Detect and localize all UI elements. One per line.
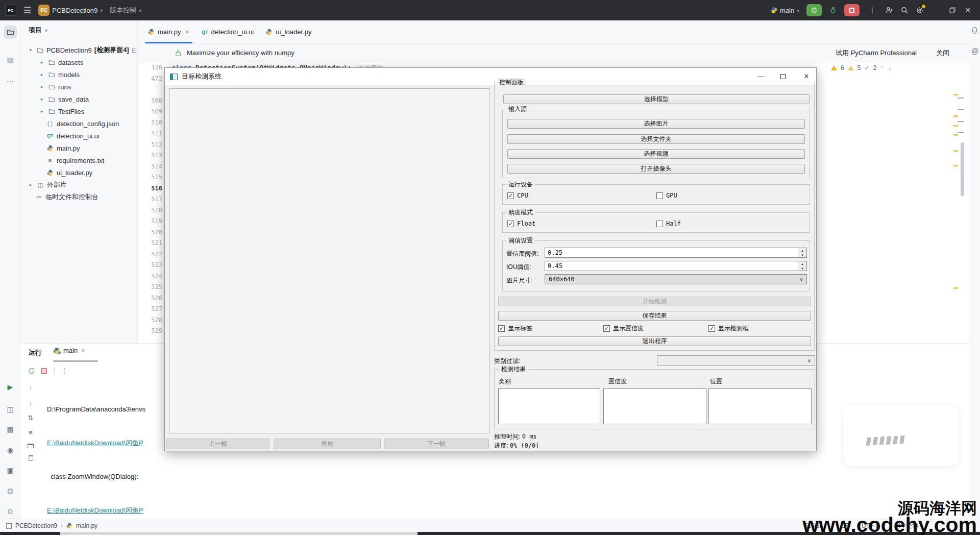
scroll-down-icon[interactable]: ↓ (29, 399, 33, 407)
project-widget[interactable]: PC PCBDetection9 ▾ (38, 5, 103, 16)
error-stripe-mark[interactable] (953, 150, 958, 152)
debug-button[interactable] (829, 6, 837, 14)
confidence-threshold-input[interactable] (545, 248, 798, 257)
select-folder-button[interactable]: 选择文件夹 (507, 134, 805, 144)
tree-item-external-libraries[interactable]: ▸ ◫ 外部库 (20, 179, 138, 191)
search-everywhere-icon[interactable] (900, 6, 909, 14)
float-checkbox-row[interactable]: ✓ Float (507, 220, 535, 227)
structure-tool-icon[interactable]: ▦ (4, 53, 17, 66)
select-image-button[interactable]: 选择图片 (507, 119, 805, 129)
start-detection-button[interactable]: 开始检测 (498, 297, 811, 306)
half-checkbox[interactable] (656, 221, 663, 227)
show-boxes-checkbox-row[interactable]: ✓ 显示检测框 (708, 324, 749, 333)
results-position-list[interactable] (708, 388, 812, 424)
error-stripe-mark[interactable] (953, 287, 958, 289)
prev-frame-button[interactable]: 上一帧 (166, 439, 270, 449)
problems-tool-icon[interactable]: ◍ (4, 484, 17, 497)
chevron-up-icon[interactable]: ⌃ (880, 65, 884, 71)
project-panel-header[interactable]: 项目 ▾ (29, 26, 47, 35)
tree-item-project-root[interactable]: ▾ PCBDetection9 [检测界面4] E: (20, 44, 138, 56)
error-stripe-mark[interactable] (953, 165, 958, 166)
tab-detection-ui[interactable]: QT detection_ui.ui (195, 20, 260, 43)
tree-item-save-data[interactable]: ▸ save_data (20, 93, 138, 105)
tree-item-requirements[interactable]: ≡ requirements.txt (20, 154, 138, 166)
run-tool-icon[interactable]: ▶ (4, 380, 17, 394)
class-filter-dropdown[interactable]: ∨ (657, 355, 815, 366)
error-stripe-mark[interactable] (953, 125, 958, 127)
scroll-up-icon[interactable]: ↑ (29, 384, 33, 392)
show-labels-checkbox-row[interactable]: ✓ 显示标签 (498, 324, 532, 333)
iou-threshold-input[interactable] (545, 261, 798, 271)
run-config-selector[interactable]: main ▾ (770, 7, 799, 14)
select-video-button[interactable]: 选择视频 (507, 149, 805, 159)
terminal-tool-icon[interactable]: ▣ (4, 464, 17, 477)
clear-console-icon[interactable] (29, 455, 33, 461)
spin-up-icon[interactable]: ▲ (798, 248, 806, 253)
image-size-dropdown[interactable]: 640×640 ∨ (545, 274, 807, 284)
editor-scrollbar[interactable] (961, 142, 964, 196)
open-camera-button[interactable]: 打开摄像头 (507, 164, 805, 174)
more-options-icon[interactable]: ⋮ (61, 367, 68, 375)
window-minimize-button[interactable]: — (931, 6, 942, 14)
ai-assistant-icon[interactable]: @ (971, 47, 978, 55)
next-frame-button[interactable]: 下一帧 (384, 439, 489, 449)
console-file-link[interactable]: E:\BaiduNetdiskDownload\闲鱼P (47, 437, 145, 449)
vcs-widget[interactable]: 版本控制 ▾ (110, 6, 141, 15)
close-tab-icon[interactable]: ✕ (185, 29, 189, 35)
inspections-widget[interactable]: 6 5 ✓2 ⌃ ⌄ (831, 64, 892, 71)
breadcrumb-file[interactable]: main.py (76, 522, 97, 529)
iou-threshold-spinbox[interactable]: ▲▼ (545, 261, 807, 271)
rerun-icon[interactable] (28, 367, 35, 375)
error-stripe-mark[interactable] (953, 115, 958, 117)
tree-item-scratches[interactable]: ≔ 临时文件和控制台 (20, 191, 138, 203)
tree-item-datasets[interactable]: ▸ datasets (20, 56, 138, 68)
window-restore-button[interactable] (949, 7, 955, 13)
breadcrumb-project[interactable]: PCBDetection9 (15, 522, 57, 529)
tree-item-runs[interactable]: ▸ runs (20, 81, 138, 93)
gpu-checkbox-row[interactable]: GPU (656, 192, 677, 199)
notifications-bell-icon[interactable] (971, 27, 978, 34)
save-results-button[interactable]: 保存结果 (498, 311, 811, 321)
window-close-button[interactable]: ✕ (963, 6, 973, 14)
close-tab-icon[interactable]: ✕ (81, 348, 85, 353)
more-tools-icon[interactable]: ⋯ (4, 75, 17, 88)
version-control-tool-icon[interactable]: ⊙ (4, 505, 17, 518)
tab-main-py[interactable]: main.py ✕ (142, 20, 195, 43)
tree-item-detection-config[interactable]: { } detection_config.json (20, 117, 138, 130)
more-actions-icon[interactable]: ⋮ (867, 6, 878, 14)
tree-item-models[interactable]: ▸ models (20, 68, 138, 81)
exit-program-button[interactable]: 退出程序 (498, 336, 811, 346)
stop-icon[interactable] (41, 368, 47, 374)
play-button[interactable]: 播放 (274, 439, 381, 449)
tree-item-main-py[interactable]: main.py (20, 142, 138, 154)
main-menu-icon[interactable]: ☰ (23, 5, 31, 16)
python-packages-tool-icon[interactable]: ◫ (4, 403, 17, 416)
banner-close-link[interactable]: 关闭 (936, 48, 949, 58)
scroll-to-end-icon[interactable]: ≡ (29, 429, 33, 436)
spinner-buttons[interactable]: ▲▼ (798, 261, 806, 271)
results-confidence-list[interactable] (603, 388, 706, 424)
show-boxes-checkbox[interactable]: ✓ (708, 325, 715, 332)
chevron-down-icon[interactable]: ⌄ (888, 65, 892, 71)
select-model-button[interactable]: 选择模型 (503, 94, 810, 104)
run-tab-main[interactable]: main ✕ (53, 347, 85, 354)
project-tool-icon[interactable] (4, 26, 17, 39)
settings-gear-icon[interactable] (916, 6, 924, 14)
soft-wrap-icon[interactable]: ⇅ (28, 414, 34, 422)
tree-item-testfiles[interactable]: ▸ TestFiles (20, 105, 138, 117)
half-checkbox-row[interactable]: Half (656, 220, 681, 227)
spin-up-icon[interactable]: ▲ (798, 261, 806, 266)
error-stripe-mark[interactable] (953, 134, 958, 136)
results-class-list[interactable] (498, 388, 600, 424)
spinner-buttons[interactable]: ▲▼ (798, 248, 806, 257)
tree-item-detection-ui[interactable]: QT detection_ui.ui (20, 130, 138, 142)
tree-item-ui-loader[interactable]: ui_loader.py (20, 166, 138, 179)
profiler-tool-icon[interactable]: ◉ (4, 444, 17, 457)
show-labels-checkbox[interactable]: ✓ (498, 325, 505, 332)
code-with-me-icon[interactable] (885, 6, 893, 14)
show-confidence-checkbox[interactable]: ✓ (603, 325, 610, 332)
spin-down-icon[interactable]: ▼ (798, 253, 806, 257)
stop-button[interactable] (844, 4, 860, 16)
cpu-checkbox[interactable]: ✓ (507, 192, 514, 199)
print-icon[interactable] (28, 444, 34, 448)
